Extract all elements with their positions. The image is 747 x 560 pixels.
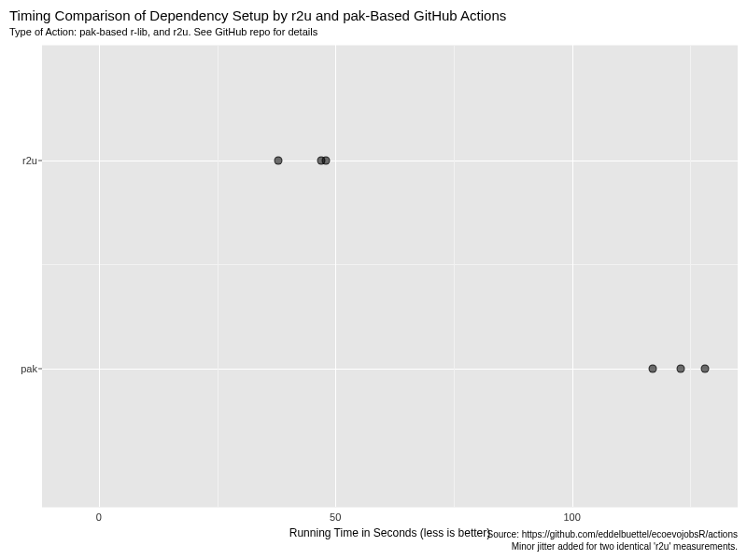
vgrid-minor	[690, 45, 691, 507]
vgrid-major	[335, 45, 336, 507]
chart-caption-note: Minor jitter added for two identical 'r2…	[512, 541, 738, 552]
vgrid-minor	[218, 45, 218, 507]
vgrid-major	[572, 45, 573, 507]
hgrid-major	[42, 369, 738, 370]
hgrid-minor	[42, 45, 738, 46]
y-tick-mark	[38, 368, 42, 369]
data-point	[700, 364, 709, 372]
data-point	[322, 156, 331, 164]
chart-subtitle: Type of Action: pak-based r-lib, and r2u…	[9, 26, 317, 37]
hgrid-minor	[42, 264, 738, 265]
chart-caption-source: Source: https://github.com/eddelbuettel/…	[487, 529, 739, 539]
data-point	[648, 364, 656, 372]
hgrid-major	[42, 161, 738, 161]
chart-title: Timing Comparison of Dependency Setup by…	[9, 7, 506, 23]
y-tick-label: pak	[21, 363, 37, 374]
vgrid-minor	[454, 45, 455, 507]
vgrid-major	[99, 45, 100, 507]
x-tick-label: 50	[330, 511, 341, 523]
y-tick-label: r2u	[22, 155, 37, 166]
y-tick-mark	[38, 160, 42, 161]
x-tick-label: 0	[96, 511, 102, 523]
data-point	[275, 156, 283, 164]
chart-container: Timing Comparison of Dependency Setup by…	[0, 0, 747, 560]
hgrid-minor	[42, 507, 738, 508]
plot-panel	[42, 45, 738, 507]
x-tick-label: 100	[563, 511, 580, 523]
data-point	[677, 364, 685, 372]
